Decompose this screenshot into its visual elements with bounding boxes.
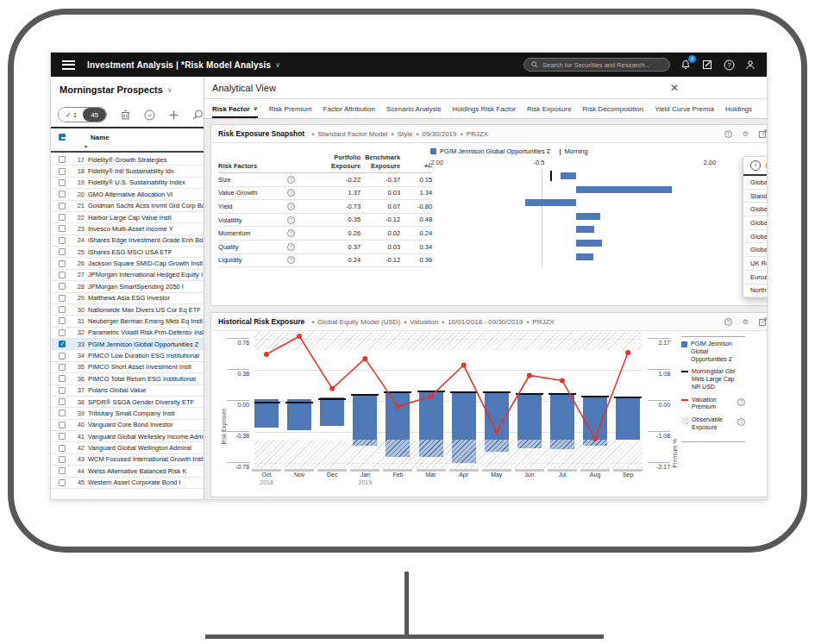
list-title[interactable]: Morningstar Prospects (60, 84, 163, 95)
export-icon[interactable] (759, 129, 768, 139)
list-item[interactable]: 19Fidelity® U.S. Sustainability Index (51, 178, 204, 189)
row-checkbox[interactable] (59, 353, 66, 360)
factor-help-icon[interactable]: ? (287, 216, 295, 224)
selection-count-toggle[interactable]: ✓1 45 (58, 107, 107, 122)
row-checkbox[interactable] (59, 168, 66, 175)
list-item[interactable]: 29Matthews Asia ESG Investor (51, 293, 204, 304)
delete-button[interactable] (119, 109, 131, 121)
row-checkbox[interactable] (59, 433, 66, 440)
back-icon[interactable]: ‹ (750, 160, 761, 171)
edit-layout-button[interactable]: Edit (767, 99, 768, 118)
row-checkbox[interactable] (59, 214, 66, 221)
row-checkbox[interactable] (59, 295, 66, 302)
row-checkbox[interactable] (59, 398, 66, 405)
list-item[interactable]: 28JPMorgan SmartSpending 2050 I (51, 281, 204, 292)
new-tab-button[interactable]: + New Tab (767, 99, 768, 118)
menu-icon[interactable] (62, 60, 75, 70)
list-title-chevron-down-icon[interactable]: ∨ (167, 86, 172, 94)
list-item[interactable]: 43WCM Focused International Growth Instl (51, 454, 204, 466)
search-input[interactable]: Search for Securities and Research... (523, 58, 670, 72)
list-item[interactable]: 42Vanguard Global Wellington Admiral (51, 442, 204, 453)
profile-button[interactable] (744, 59, 756, 71)
select-all-checkbox[interactable] (59, 134, 66, 141)
factor-help-icon[interactable]: ? (287, 176, 295, 184)
list-item[interactable]: 33PGIM Jennison Global Opportunities Z (51, 339, 204, 350)
factor-help-icon[interactable]: ? (287, 256, 295, 264)
row-checkbox[interactable] (59, 283, 66, 290)
tab-risk-premium[interactable]: Risk Premium (269, 99, 312, 118)
row-checkbox[interactable] (59, 272, 66, 278)
list-item[interactable]: 27JPMorgan International Hedged Equity I (51, 270, 204, 281)
dropdown-item[interactable]: Global Equity Model (EUR) (743, 216, 768, 230)
list-item[interactable]: 32Parametric Volatil Risk Prm-Defensv In… (51, 328, 204, 339)
list-item[interactable]: 23Invesco Multi-Asset Income Y (51, 223, 204, 234)
row-checkbox[interactable] (59, 156, 66, 163)
list-item[interactable]: 26Jackson Square SMID-Cap Growth Instl (51, 258, 204, 269)
list-item[interactable]: 35PIMCO Short Asset Investment Instl (51, 362, 204, 373)
list-item[interactable]: 24iShares Edge Investment Grade Enh Bd E… (51, 235, 204, 247)
factor-help-icon[interactable]: ? (287, 229, 295, 237)
list-item[interactable]: 18Fidelity® Intl Sustainability Idx (51, 166, 204, 177)
title-chevron-down-icon[interactable]: ∨ (275, 61, 280, 69)
list-item[interactable]: 40Vanguard Core Bond Investor (51, 420, 204, 431)
row-checkbox[interactable] (59, 387, 66, 394)
row-checkbox[interactable] (59, 445, 66, 452)
factor-help-icon[interactable]: ? (287, 243, 295, 251)
list-item[interactable]: 44Weiss Alternative Balanced Risk K (51, 466, 204, 477)
list-item[interactable]: 21Goldman Sachs Acss Invmt Grd Corp Bd E… (51, 201, 204, 212)
tab-holdings-risk-factor[interactable]: Holdings Risk Factor (452, 99, 516, 118)
close-icon[interactable]: ✕ (670, 82, 679, 94)
row-checkbox[interactable] (59, 467, 66, 474)
row-checkbox[interactable] (59, 375, 66, 382)
settings-gear-icon[interactable]: ⚙ (741, 317, 750, 327)
dropdown-item[interactable]: Eurozone Regional Model (EUR) (743, 271, 768, 284)
dropdown-item[interactable]: Global Equity Model (GBP) (743, 230, 768, 244)
row-checkbox[interactable] (59, 260, 66, 267)
more-options-button[interactable] (143, 109, 155, 121)
tab-risk-decomposition[interactable]: Risk Decomposition (583, 99, 644, 118)
find-button[interactable] (191, 109, 204, 121)
row-checkbox[interactable] (59, 317, 66, 324)
help-icon[interactable]: ? (724, 130, 732, 138)
name-column-header[interactable]: Name (91, 134, 110, 141)
export-icon[interactable] (759, 317, 768, 327)
list-item[interactable]: 37Polaris Global Value (51, 385, 204, 397)
list-item[interactable]: 34PIMCO Low Duration ESG Institutional (51, 350, 204, 361)
notifications-button[interactable]: 2 (680, 59, 692, 71)
factor-help-icon[interactable]: ? (287, 189, 295, 197)
help-icon[interactable]: ? (724, 318, 732, 326)
dropdown-item[interactable]: Standard Factor Model✓ (743, 190, 768, 203)
list-item[interactable]: 38SPDR® SSGA Gender Diversity ETF (51, 397, 204, 408)
list-item[interactable]: 30Nationwide Max Divers US Cor Eq ETF (51, 304, 204, 316)
row-checkbox[interactable] (59, 248, 66, 255)
row-checkbox[interactable] (59, 203, 66, 209)
row-checkbox[interactable] (59, 341, 66, 347)
factor-help-icon[interactable]: ? (287, 203, 295, 210)
row-checkbox[interactable] (59, 422, 66, 428)
legend-help-icon[interactable]: ? (737, 398, 745, 406)
list-item[interactable]: 39Tributary Small Company Instl (51, 408, 204, 419)
tab-yield-curve-premia[interactable]: Yield Curve Premia (655, 99, 714, 118)
tab-scenario-analysis[interactable]: Scenario Analysis (386, 99, 441, 118)
row-checkbox[interactable] (59, 479, 66, 486)
list-item[interactable]: 20GMO Alternative Allocation VI (51, 189, 204, 200)
list-item[interactable]: 45Western Asset Corporate Bond I (51, 478, 204, 489)
row-checkbox[interactable] (59, 410, 66, 416)
settings-gear-icon[interactable]: ⚙ (741, 129, 750, 139)
dropdown-item[interactable]: Global Multi-Asset Model (743, 203, 768, 216)
list-item[interactable]: 17Fidelity® Growth Strategies (51, 154, 204, 166)
list-item[interactable]: 25iShares ESG MSCI USA ETF (51, 247, 204, 258)
dropdown-item[interactable]: Global Equity Model (USD) (743, 176, 768, 190)
tab-factor-attribution[interactable]: Factor Attribution (323, 99, 375, 118)
list-item[interactable]: 22Harbor Large Cap Value Instl (51, 212, 204, 223)
dropdown-item[interactable]: Global Equity Model (CAD) (743, 243, 768, 257)
row-checkbox[interactable] (59, 306, 66, 313)
row-checkbox[interactable] (59, 364, 66, 371)
list-item[interactable]: 36PIMCO Total Return ESG Institutional (51, 373, 204, 385)
list-item[interactable]: 41Vanguard Global Wellesley Income Admir… (51, 431, 204, 442)
row-checkbox[interactable] (59, 456, 66, 463)
row-checkbox[interactable] (59, 225, 66, 232)
legend-help-icon[interactable]: ? (737, 418, 745, 426)
help-button[interactable]: ? (723, 59, 735, 71)
tab-risk-exposure[interactable]: Risk Exposure (527, 99, 572, 118)
